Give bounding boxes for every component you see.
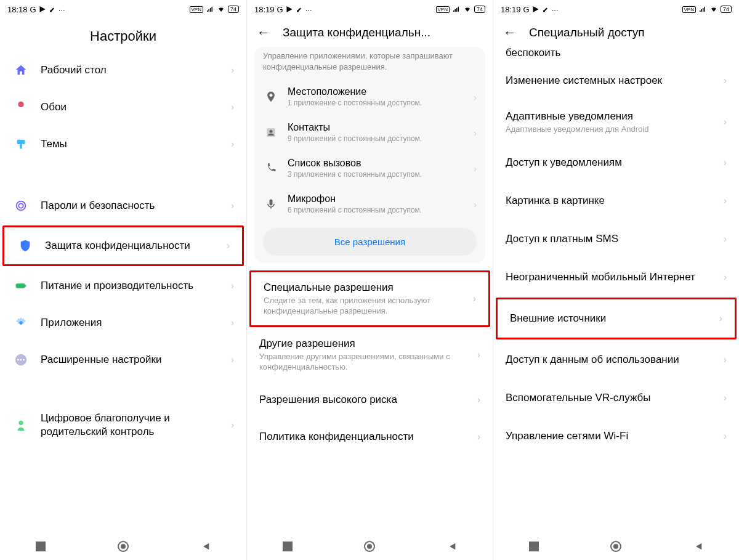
chevron-right-icon: › [724, 354, 727, 365]
status-bar: 18:18 G ··· VPN 74 [0, 0, 246, 18]
svg-point-11 [18, 421, 23, 425]
item-label: Вспомогательные VR-службы [506, 391, 724, 405]
svg-rect-4 [16, 283, 25, 288]
item-special-permissions[interactable]: Специальные разрешения Следите за тем, к… [251, 272, 488, 325]
wifi-icon [217, 6, 225, 13]
nav-back-icon[interactable] [201, 542, 211, 551]
svg-point-16 [270, 130, 273, 133]
item-wellbeing[interactable]: Цифровое благополучие и родительский кон… [0, 403, 246, 447]
item-policy[interactable]: Политика конфиденциальности › [247, 418, 493, 455]
wifi-icon [709, 6, 718, 13]
page-title: Специальный доступ [529, 26, 645, 39]
perm-microphone[interactable]: Микрофон 6 приложений с постоянным досту… [254, 186, 485, 222]
chevron-right-icon: › [473, 293, 476, 304]
item-privacy[interactable]: Защита конфиденциальности › [4, 227, 242, 264]
item-sub: Следите за тем, как приложения использую… [264, 296, 473, 317]
highlight-special: Специальные разрешения Следите за тем, к… [249, 270, 490, 327]
perm-subtitle: 3 приложения с постоянным доступом. [288, 170, 474, 179]
highlight-external-sources: Внешние источники › [496, 298, 737, 339]
svg-rect-0 [17, 140, 25, 144]
more-icon: ··· [59, 5, 65, 14]
svg-rect-21 [529, 542, 539, 551]
sa-usage-data[interactable]: Доступ к данным об использовании › [493, 341, 739, 379]
perm-subtitle: 9 приложений с постоянным доступом. [288, 134, 474, 143]
chevron-right-icon: › [231, 420, 234, 431]
battery-icon: 74 [474, 6, 485, 13]
nav-recent-icon[interactable] [529, 542, 539, 551]
mic-icon [263, 196, 279, 212]
perm-subtitle: 6 приложений с постоянным доступом. [288, 206, 474, 214]
brush-icon [296, 6, 303, 13]
perm-title: Местоположение [288, 86, 474, 97]
chevron-right-icon: › [477, 349, 480, 360]
sa-system-settings[interactable]: Изменение системных настроек › [493, 62, 739, 100]
sa-wifi[interactable]: Управление сетями Wi-Fi › [493, 417, 739, 455]
item-label: Темы [41, 137, 231, 151]
back-arrow-icon[interactable]: ← [503, 25, 517, 41]
nav-home-icon[interactable] [117, 540, 129, 553]
item-label: Пароли и безопасность [41, 199, 231, 213]
nav-back-icon[interactable] [693, 542, 703, 551]
item-label: Защита конфиденциальности [45, 239, 227, 253]
page-title: Настройки [0, 18, 246, 52]
paint-icon [12, 136, 30, 153]
item-themes[interactable]: Темы › [0, 126, 246, 163]
sa-paid-sms[interactable]: Доступ к платным SMS › [493, 220, 739, 258]
item-desktop[interactable]: Рабочий стол › [0, 52, 246, 89]
perm-subtitle: 1 приложение с постоянным доступом. [288, 99, 474, 107]
sa-external-sources[interactable]: Внешние источники › [498, 299, 735, 338]
perm-calls[interactable]: Список вызовов 3 приложения с постоянным… [254, 150, 485, 186]
chevron-right-icon: › [724, 233, 727, 245]
nav-home-icon[interactable] [363, 540, 376, 553]
sa-unlimited-data[interactable]: Неограниченный мобильный Интернет › [493, 258, 739, 296]
special-access-list: беспокоить Изменение системных настроек … [493, 47, 739, 533]
item-wallpaper[interactable]: Обои › [0, 89, 246, 126]
g-icon: G [277, 5, 283, 14]
chevron-right-icon: › [231, 65, 234, 76]
nav-recent-icon[interactable] [36, 542, 46, 551]
item-label: Приложения [41, 316, 231, 330]
item-sub: Адаптивные уведомления для Android [506, 124, 724, 134]
highlight-privacy: Защита конфиденциальности › [2, 225, 244, 266]
phone-screen-special-access: 18:19 G ··· VPN 74 ← Специальный доступ … [493, 0, 739, 560]
back-arrow-icon[interactable]: ← [257, 25, 270, 41]
sa-pip[interactable]: Картинка в картинке › [493, 182, 739, 220]
sa-vr[interactable]: Вспомогательные VR-службы › [493, 379, 739, 417]
dots-icon [12, 351, 30, 368]
chevron-right-icon: › [227, 240, 230, 251]
brush-icon [542, 6, 549, 13]
phone-icon [263, 160, 279, 176]
chevron-right-icon: › [477, 394, 480, 405]
item-advanced[interactable]: Расширенные настройки › [0, 341, 246, 378]
item-battery[interactable]: Питание и производительность › [0, 267, 246, 304]
wellbeing-icon [12, 416, 30, 434]
perm-contacts[interactable]: Контакты 9 приложений с постоянным досту… [254, 115, 485, 150]
item-highrisk[interactable]: Разрешения высокого риска › [247, 381, 493, 418]
all-permissions-button[interactable]: Все разрешения [263, 228, 477, 256]
chevron-right-icon: › [231, 102, 234, 113]
item-label: Другие разрешения [259, 337, 477, 351]
phone-screen-settings: 18:18 G ··· VPN 74 Настройки Рабочий сто… [0, 0, 246, 560]
item-other-permissions[interactable]: Другие разрешения Управление другими раз… [247, 328, 493, 381]
item-label: Специальные разрешения [264, 281, 473, 294]
section-break [0, 163, 246, 187]
item-sub: Управление другими разрешениями, связанн… [259, 352, 477, 373]
nav-home-icon[interactable] [610, 540, 622, 553]
nav-back-icon[interactable] [447, 542, 457, 551]
item-label: Доступ к уведомлениям [506, 156, 724, 169]
chevron-right-icon: › [477, 431, 480, 442]
nav-recent-icon[interactable] [283, 542, 293, 551]
sa-adaptive-notif[interactable]: Адаптивные уведомления Адаптивные уведом… [493, 100, 739, 144]
status-time: 18:18 [7, 5, 28, 14]
item-passwords[interactable]: Пароли и безопасность › [0, 187, 246, 224]
perm-location[interactable]: Местоположение 1 приложение с постоянным… [254, 79, 485, 115]
privacy-content: Управление приложениями, которые запраши… [247, 47, 493, 533]
chevron-right-icon: › [724, 272, 727, 283]
nav-bar [0, 533, 246, 560]
svg-point-10 [23, 359, 25, 361]
contacts-icon [263, 124, 279, 140]
item-apps[interactable]: Приложения › [0, 304, 246, 341]
item-label: Доступ к платным SMS [506, 232, 724, 246]
sa-notif-access[interactable]: Доступ к уведомлениям › [493, 144, 739, 182]
status-bar: 18:19 G ··· VPN 74 [493, 0, 739, 18]
